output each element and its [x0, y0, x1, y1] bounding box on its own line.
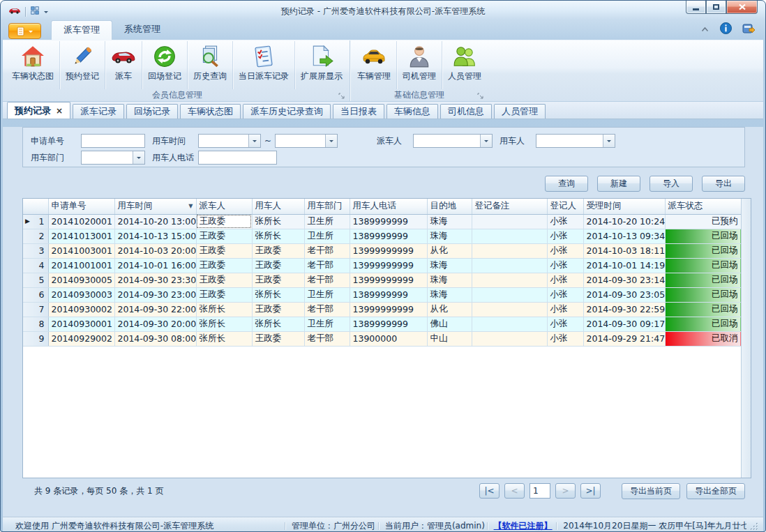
vertical-scrollbar[interactable] — [741, 199, 751, 478]
ribbon-button-today-list[interactable]: 当日派车记录 — [232, 41, 294, 89]
cell-apply_no[interactable]: 20140929002 — [48, 331, 114, 346]
cell-dispatcher[interactable]: 张所长 — [196, 331, 252, 346]
ribbon-button-yellow-car[interactable]: 车辆管理 — [352, 41, 396, 89]
ribbon-button-driver[interactable]: 司机管理 — [396, 41, 442, 89]
table-row[interactable]: 9201409290022014-09-30 08:00张所长王政委老干部139… — [23, 331, 741, 346]
cell-registrar[interactable]: 小张 — [547, 273, 583, 287]
use-time-from-combo[interactable] — [198, 134, 261, 148]
table-row[interactable]: 8201409300012014-09-30 20:00张所长张所长卫生所138… — [23, 317, 741, 331]
doc-tab-6[interactable]: 车辆信息 — [386, 104, 438, 119]
cell-destination[interactable]: 中山 — [427, 331, 472, 346]
cell-registrar[interactable]: 小张 — [547, 331, 583, 346]
column-header-department[interactable]: 用车部门 — [304, 199, 350, 214]
resize-grip-icon[interactable] — [749, 522, 759, 531]
cell-accept_time[interactable]: 2014-09-30 22:59 — [583, 302, 665, 317]
cell-apply_no[interactable]: 20140930002 — [48, 302, 114, 317]
ribbon-button-extend-screen[interactable]: 扩展屏显示 — [294, 41, 348, 89]
cell-use_time[interactable]: 2014-10-01 16:00 — [114, 258, 196, 273]
export-all-pages-button[interactable]: 导出全部页 — [686, 483, 745, 499]
doc-tab-5[interactable]: 当日报表 — [333, 104, 384, 119]
cell-phone[interactable]: 1389999999 — [350, 229, 427, 243]
cell-destination[interactable]: 珠海 — [427, 229, 472, 243]
cell-dispatcher[interactable]: 王政委 — [196, 287, 252, 302]
cell-destination[interactable]: 珠海 — [427, 287, 472, 302]
ribbon-button-house[interactable]: 车辆状态图 — [6, 41, 59, 89]
table-row[interactable]: 5201409300052014-09-30 23:30王政委王政委老干部139… — [23, 273, 741, 287]
use-time-to-combo[interactable] — [275, 134, 338, 148]
cell-department[interactable]: 卫生所 — [304, 229, 350, 243]
cell-accept_time[interactable]: 2014-09-30 23:05 — [583, 287, 665, 302]
chevron-down-icon[interactable] — [325, 135, 337, 147]
cell-phone[interactable]: 13999999999 — [350, 258, 427, 273]
cell-destination[interactable]: 从化 — [427, 302, 472, 317]
doc-tab-0[interactable]: 预约记录× — [7, 102, 70, 119]
cell-department[interactable]: 老干部 — [304, 273, 350, 287]
layout-grid-icon[interactable] — [30, 6, 40, 17]
cell-registrar[interactable]: 小张 — [547, 258, 583, 273]
cell-remark[interactable] — [472, 273, 547, 287]
cell-remark[interactable] — [472, 302, 547, 317]
cell-use_time[interactable]: 2014-09-30 23:30 — [114, 273, 196, 287]
cell-user[interactable]: 王政委 — [252, 273, 304, 287]
cell-phone[interactable]: 13900000 — [350, 331, 427, 346]
cell-dispatcher[interactable]: 王政委 — [196, 214, 252, 229]
cell-user[interactable]: 张所长 — [252, 214, 304, 229]
page-number-input[interactable] — [530, 483, 550, 499]
table-row[interactable]: 2201410130012014-10-13 15:00王政委张所长卫生所138… — [23, 229, 741, 243]
ribbon-button-history-search[interactable]: 历史查询 — [187, 41, 232, 89]
cell-department[interactable]: 卫生所 — [304, 287, 350, 302]
info-icon[interactable] — [720, 22, 732, 36]
cell-remark[interactable] — [472, 287, 547, 302]
ribbon-button-return-green[interactable]: 回场登记 — [142, 41, 187, 89]
column-header-user[interactable]: 用车人 — [252, 199, 304, 214]
doc-tab-4[interactable]: 派车历史记录查询 — [243, 104, 331, 119]
doc-tab-1[interactable]: 派车记录 — [73, 104, 124, 119]
cell-destination[interactable]: 佛山 — [427, 317, 472, 331]
cell-apply_no[interactable]: 20140930005 — [48, 273, 114, 287]
import-button[interactable]: 导入 — [649, 176, 693, 192]
column-header-registrar[interactable]: 登记人 — [547, 199, 583, 214]
doc-tab-3[interactable]: 车辆状态图 — [180, 104, 241, 119]
maximize-button[interactable] — [706, 1, 726, 14]
cell-apply_no[interactable]: 20141003001 — [48, 243, 114, 258]
last-page-button[interactable]: >| — [580, 483, 601, 499]
column-header-destination[interactable]: 目的地 — [427, 199, 472, 214]
cell-remark[interactable] — [472, 317, 547, 331]
cell-use_time[interactable]: 2014-10-13 15:00 — [114, 229, 196, 243]
column-header-apply_no[interactable]: 申请单号 — [48, 199, 114, 214]
cell-apply_no[interactable]: 20141020001 — [48, 214, 114, 229]
cell-accept_time[interactable]: 2014-10-01 14:19 — [583, 258, 665, 273]
cell-registrar[interactable]: 小张 — [547, 214, 583, 229]
cell-destination[interactable]: 从化 — [427, 243, 472, 258]
cell-remark[interactable] — [472, 243, 547, 258]
phone-input[interactable] — [198, 151, 277, 165]
cell-accept_time[interactable]: 2014-09-30 09:17 — [583, 317, 665, 331]
column-header-phone[interactable]: 用车人电话 — [350, 199, 427, 214]
minimize-button[interactable] — [686, 1, 706, 14]
cell-status[interactable]: 已回场 — [665, 229, 741, 243]
cell-department[interactable]: 老干部 — [304, 258, 350, 273]
close-tab-icon[interactable]: × — [56, 106, 63, 116]
column-header-use_time[interactable]: 用车时间▼ — [114, 199, 196, 214]
table-row[interactable]: 3201410030012014-10-03 20:00王政委王政委老干部139… — [23, 243, 741, 258]
cell-status[interactable]: 已回场 — [665, 258, 741, 273]
cell-department[interactable]: 老干部 — [304, 331, 350, 346]
cell-registrar[interactable]: 小张 — [547, 243, 583, 258]
cell-use_time[interactable]: 2014-10-03 20:00 — [114, 243, 196, 258]
cell-status[interactable]: 已取消 — [665, 331, 741, 346]
cell-dispatcher[interactable]: 王政委 — [196, 243, 252, 258]
cell-accept_time[interactable]: 2014-10-13 09:34 — [583, 229, 665, 243]
cell-status[interactable]: 已回场 — [665, 317, 741, 331]
cell-accept_time[interactable]: 2014-10-03 18:11 — [583, 243, 665, 258]
cell-apply_no[interactable]: 20141001001 — [48, 258, 114, 273]
cell-status[interactable]: 已回场 — [665, 273, 741, 287]
cell-phone[interactable]: 13999999999 — [350, 273, 427, 287]
cell-phone[interactable]: 1389999999 — [350, 287, 427, 302]
cell-registrar[interactable]: 小张 — [547, 302, 583, 317]
cell-status[interactable]: 已预约 — [665, 214, 741, 229]
cell-accept_time[interactable]: 2014-10-20 10:24 — [583, 214, 665, 229]
doc-tab-2[interactable]: 回场记录 — [126, 104, 178, 119]
ribbon-button-red-car[interactable]: 派车 — [105, 41, 142, 89]
cell-dispatcher[interactable]: 王政委 — [196, 258, 252, 273]
cell-apply_no[interactable]: 20141013001 — [48, 229, 114, 243]
